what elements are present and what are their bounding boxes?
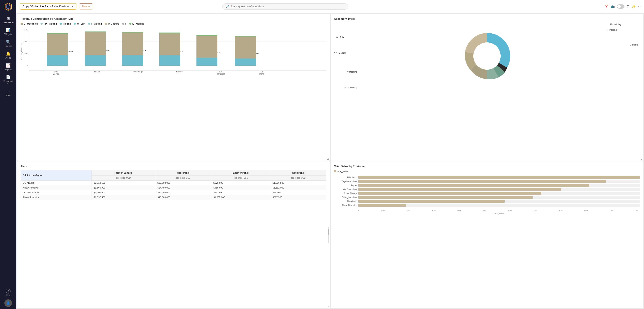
app-logo[interactable] — [4, 2, 13, 12]
cell: $827,500 — [270, 195, 326, 200]
resize-handle[interactable] — [327, 158, 329, 160]
svg-rect-22 — [159, 34, 180, 55]
user-avatar[interactable]: 👤 — [4, 299, 12, 307]
hbar-x-label: total_sales — [334, 212, 640, 215]
resize-handle[interactable] — [641, 158, 642, 160]
label-e-machining: E - Machining — [344, 86, 357, 89]
scrollbar-track[interactable] — [328, 226, 329, 243]
sidebar-item-widgets[interactable]: 📊 Widgets — [1, 26, 15, 37]
label-e-molding: E - Molding — [610, 23, 621, 26]
table-row: Knowi Airways $1,360,000 $24,400,000 $46… — [21, 185, 326, 190]
search-input[interactable] — [231, 5, 345, 8]
dashboard-title-button[interactable]: Copy Of Machine Parts Sales Dashbo... ▾ — [20, 3, 76, 10]
bar-chart-area: revenue_contribution 150M 100M 50M 0 — [20, 27, 326, 75]
header-actions: ❓ 📺 ⚙ ✨ ··· — [604, 4, 641, 8]
tv-icon[interactable]: 📺 — [610, 4, 615, 8]
sidebar-item-label: Reports — [4, 68, 12, 71]
row-knowi: Knowi Airways — [21, 185, 92, 190]
hbar-row-knowi: Knowi Airways — [334, 192, 640, 195]
cell: $39,800,000 — [155, 180, 212, 185]
sidebar-item-label: Document AI — [2, 80, 14, 85]
resize-handle[interactable] — [327, 306, 329, 307]
more-icon: ··· — [6, 89, 10, 94]
sub-nose: sell_price_USD — [155, 176, 212, 180]
legend-color-w-machine — [105, 23, 107, 25]
cell: $632,500 — [211, 190, 270, 195]
header: Copy Of Machine Parts Sales Dashbo... ▾ … — [16, 0, 644, 13]
legend-total-sales: total_sales — [334, 170, 348, 172]
more-options-icon[interactable]: ··· — [638, 4, 641, 8]
hbar-fill — [358, 188, 561, 191]
wand-icon[interactable]: ✨ — [632, 4, 636, 8]
widgets-icon: 📊 — [6, 28, 10, 32]
row-plane-fixers: Plane Fixers Inc — [21, 195, 92, 200]
legend-color-e-molding — [129, 23, 132, 25]
legend-molding: Molding — [60, 22, 71, 25]
reports-icon: 📈 — [6, 63, 10, 68]
label-molding: Molding — [630, 44, 638, 46]
svg-rect-10 — [47, 34, 68, 55]
sidebar-item-queries[interactable]: 🔍 Queries — [1, 38, 15, 49]
sidebar-item-document-ai[interactable]: 📄 Document AI — [1, 73, 15, 86]
sidebar-item-help[interactable]: ? Help — [1, 287, 15, 298]
settings-icon[interactable]: ⚙ — [626, 4, 630, 8]
pivot-click-header[interactable]: Click to configure — [21, 170, 92, 180]
alerts-icon: 🔔 — [6, 52, 10, 56]
pivot-table-wrap[interactable]: Click to configure Interior Surface Nose… — [20, 170, 326, 200]
legend-zero: 0 — [122, 22, 126, 25]
search-icon: 🔎 — [226, 5, 229, 8]
bar-chart-card: Revenue Contribution by Assembly Type E … — [17, 14, 330, 160]
svg-rect-13 — [85, 55, 106, 66]
sidebar-item-dashboards[interactable]: ⊞ Dashboards — [1, 14, 15, 26]
svg-rect-31 — [235, 36, 256, 36]
cell: $1,337,500 — [92, 195, 155, 200]
y-axis-ticks: 150M 100M 50M 0 — [24, 27, 29, 71]
sidebar-item-label: Alerts — [6, 57, 11, 59]
cell: $465,000 — [211, 185, 270, 190]
svg-rect-14 — [85, 32, 106, 55]
col-wing-panel: Wing Panel — [270, 170, 326, 176]
new-button[interactable]: New + — [79, 3, 93, 10]
search-bar[interactable]: 🔎 — [222, 3, 348, 10]
dashboard-grid: Revenue Contribution by Assembly Type E … — [16, 13, 644, 309]
help-circle-icon[interactable]: ❓ — [604, 4, 608, 8]
toggle-switch[interactable] — [617, 4, 624, 8]
legend-e-machining: E - Machining — [20, 22, 38, 25]
pivot-title: Pivot — [20, 165, 326, 168]
resize-handle[interactable] — [641, 306, 642, 307]
label-np-molding: NP - Molding — [334, 52, 346, 54]
label-i-molding: I - Molding — [607, 29, 617, 31]
hbar-fill — [358, 196, 533, 199]
scrollbar-thumb[interactable] — [328, 228, 329, 235]
sidebar-item-reports[interactable]: 📈 Reports — [1, 62, 15, 72]
queries-icon: 🔍 — [6, 40, 10, 44]
sidebar-item-alerts[interactable]: 🔔 Alerts — [1, 50, 15, 61]
hbar-chart-title: Total Sales by Customer — [334, 165, 640, 168]
legend-color-np-molding — [40, 23, 42, 25]
svg-rect-9 — [47, 55, 68, 66]
cell: $18,000,000 — [155, 195, 212, 200]
legend-w-join: W - Join — [74, 22, 85, 25]
cell: $3,200,000 — [92, 190, 155, 195]
cell: $953,000 — [270, 190, 326, 195]
legend-color-molding — [60, 23, 62, 25]
legend-color-i-molding — [88, 23, 90, 25]
donut-chart-card: Assembly Types — [330, 14, 643, 160]
hbar-x-axis: 0 10M 20M 30M 40M 50M 60M 70M 80M 90M 10… — [334, 210, 640, 212]
col-interior-surface: Interior Surface — [92, 170, 155, 176]
hbar-fill — [358, 180, 606, 183]
legend-np-molding: NP - Molding — [40, 22, 57, 25]
main-area: Copy Of Machine Parts Sales Dashbo... ▾ … — [16, 0, 644, 309]
hbar-row-together: Together Airlines — [334, 180, 640, 183]
dashboards-icon: ⊞ — [7, 16, 10, 21]
hbar-row-plane-fixers: Plane Fixers Inc — [334, 204, 640, 207]
sidebar-item-label: Widgets — [4, 33, 12, 36]
svg-rect-11 — [47, 33, 68, 34]
pivot-table: Click to configure Interior Surface Nose… — [20, 170, 326, 200]
cell: $24,400,000 — [155, 185, 212, 190]
sidebar-item-more[interactable]: ··· More — [1, 87, 15, 98]
hbar-rows: EU Atlantic Together Airlines Sky Air — [334, 175, 640, 209]
row-eu-atlantic: EU Atlantic — [21, 180, 92, 185]
sub-exterior: sell_price_USD — [211, 176, 270, 180]
legend-color-total-sales — [334, 170, 336, 172]
